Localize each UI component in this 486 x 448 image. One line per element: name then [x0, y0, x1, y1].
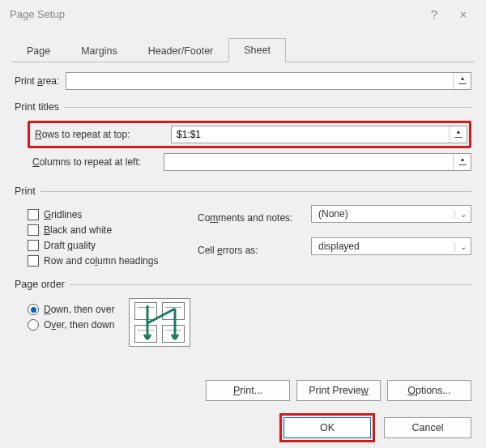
cols-repeat-range-picker[interactable] — [453, 154, 471, 170]
cols-repeat-field-wrap — [164, 153, 471, 171]
chevron-down-icon: ⌄ — [454, 210, 471, 219]
chevron-down-icon: ⌄ — [454, 242, 471, 251]
range-picker-icon — [458, 76, 467, 86]
page-setup-dialog: Page Setup ? × Page Margins Header/Foote… — [0, 0, 486, 448]
comments-value: (None) — [312, 207, 454, 221]
dialog-footer: OK Cancel — [0, 414, 486, 448]
cols-repeat-input[interactable] — [164, 154, 453, 170]
draft-checkbox[interactable] — [28, 240, 39, 251]
page-order-preview — [129, 298, 190, 347]
close-button[interactable]: × — [449, 7, 478, 21]
down-over-radio[interactable] — [28, 304, 39, 315]
cancel-button[interactable]: Cancel — [384, 417, 471, 438]
rows-repeat-field-wrap — [171, 126, 467, 143]
cellerrors-value: displayed — [312, 239, 454, 254]
options-button[interactable]: Options... — [387, 380, 471, 401]
page-order-arrow-icon — [133, 301, 190, 346]
bw-label: Black and white — [44, 224, 112, 236]
comments-label: Comments and notes: — [198, 212, 311, 224]
range-picker-icon — [454, 130, 463, 139]
action-buttons-row: Print... Print Preview Options... — [15, 380, 471, 401]
print-button[interactable]: Print... — [206, 380, 290, 401]
tab-margins[interactable]: Margins — [66, 39, 132, 62]
range-picker-icon — [458, 157, 467, 167]
cols-repeat-label: Columns to repeat at left: — [28, 156, 157, 168]
tab-page[interactable]: Page — [11, 39, 66, 62]
rows-repeat-highlight: Rows to repeat at top: — [28, 121, 471, 148]
draft-label: Draft quality — [44, 240, 96, 251]
print-area-range-picker[interactable] — [453, 73, 471, 89]
gridlines-label: Gridlines — [44, 209, 82, 220]
print-titles-group: Print titles Rows to repeat at top: — [15, 101, 471, 181]
over-down-radio[interactable] — [28, 319, 39, 331]
gridlines-checkbox[interactable] — [28, 209, 39, 220]
dialog-title: Page Setup — [10, 8, 420, 20]
ok-button[interactable]: OK — [284, 417, 371, 438]
print-area-label: Print area: — [15, 75, 59, 87]
print-area-input[interactable] — [66, 73, 453, 89]
rowcol-checkbox[interactable] — [28, 255, 39, 267]
tab-sheet[interactable]: Sheet — [228, 38, 286, 62]
cellerrors-select[interactable]: displayed ⌄ — [311, 237, 471, 255]
print-preview-button[interactable]: Print Preview — [296, 380, 381, 401]
tabstrip: Page Margins Header/Footer Sheet — [11, 37, 475, 62]
page-order-legend: Page order — [15, 279, 70, 290]
titlebar: Page Setup ? × — [0, 0, 486, 28]
print-group: Print Gridlines Black and white Draft qu… — [15, 186, 471, 274]
print-titles-legend: Print titles — [15, 101, 64, 113]
rows-repeat-label: Rows to repeat at top: — [35, 129, 164, 140]
comments-select[interactable]: (None) ⌄ — [311, 205, 471, 223]
bw-checkbox[interactable] — [28, 224, 39, 236]
print-area-field-wrap — [66, 72, 471, 90]
tab-header-footer[interactable]: Header/Footer — [133, 39, 229, 62]
rows-repeat-input[interactable] — [172, 126, 449, 143]
page-order-group: Page order Down, then over Over, then do… — [15, 279, 471, 350]
over-down-label: Over, then down — [44, 319, 114, 331]
rows-repeat-range-picker[interactable] — [449, 126, 467, 143]
cellerrors-label: Cell errors as: — [198, 245, 311, 256]
help-button[interactable]: ? — [420, 7, 449, 21]
rowcol-label: Row and column headings — [44, 255, 158, 267]
sheet-panel: Print area: Print titles Rows to repeat … — [11, 62, 475, 406]
print-legend: Print — [15, 186, 40, 197]
down-over-label: Down, then over — [44, 304, 114, 315]
